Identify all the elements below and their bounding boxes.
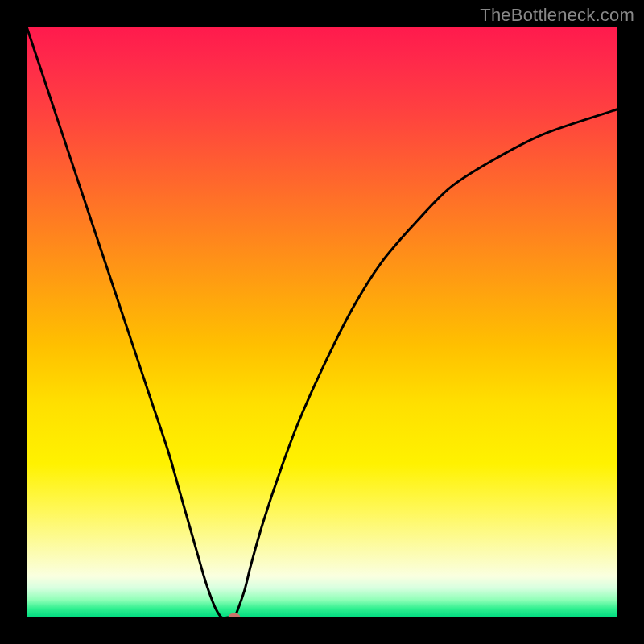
chart-plot-area [27,27,617,617]
watermark-text: TheBottleneck.com [480,5,634,26]
chart-curve-svg [27,27,617,617]
bottleneck-curve-line [27,27,617,617]
bottleneck-marker-dot [229,613,241,618]
